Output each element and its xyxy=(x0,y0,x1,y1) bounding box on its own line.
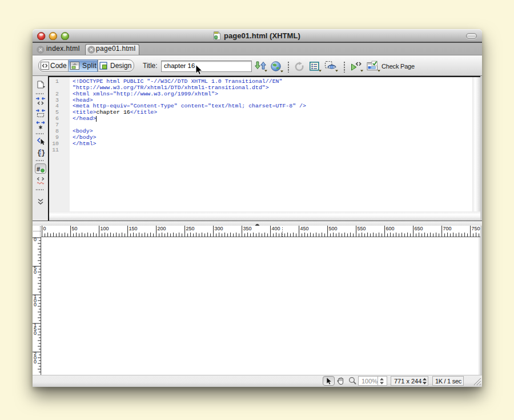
svg-text:#: # xyxy=(37,166,40,173)
svg-text:<>: <> xyxy=(214,36,218,39)
svg-text:}: } xyxy=(41,149,45,157)
